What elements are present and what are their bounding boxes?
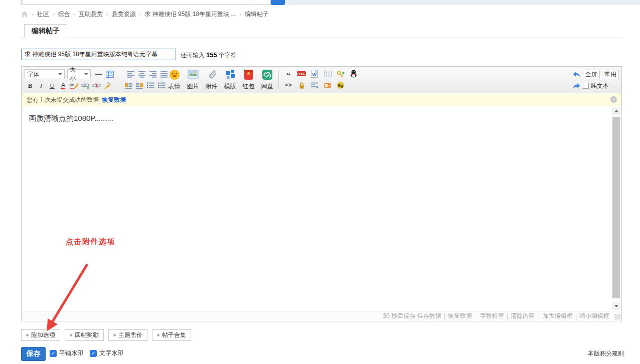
columns-button[interactable] (324, 70, 332, 78)
resize-grip[interactable] (614, 314, 620, 320)
ordered-list-button[interactable] (145, 81, 156, 90)
title-char-hint: 还可输入155个字符 (181, 51, 237, 60)
italic-button[interactable]: I (36, 81, 47, 90)
font-family-select[interactable]: 字体 (25, 69, 65, 79)
breadcrumb-link-bounty-resources[interactable]: 悬赏资源 (112, 10, 136, 19)
option-post-collection-button[interactable]: 帖子合集 (152, 329, 191, 341)
tab-edit-post[interactable]: 编辑帖子 (24, 24, 67, 38)
attachment-button[interactable]: 附件 (202, 69, 221, 91)
password-key-button[interactable] (337, 70, 345, 78)
cloud-disk-button[interactable]: 网盘 (258, 69, 276, 91)
shrink-editor-link[interactable]: 缩小编辑框 (579, 312, 609, 320)
restore-data-link2[interactable]: 恢复数据 (448, 312, 472, 320)
remove-link-button[interactable] (91, 81, 102, 90)
search-input[interactable] (23, 0, 271, 5)
text-watermark-checkbox[interactable] (90, 350, 97, 357)
editor-scrollbar[interactable] (612, 107, 620, 310)
breadcrumb-link-mutual-aid[interactable]: 互助悬赏 (79, 10, 103, 19)
underline-button[interactable]: U (47, 81, 58, 90)
fullscreen-button[interactable]: 全屏 (583, 70, 600, 79)
save-button[interactable]: 保存 (21, 347, 46, 361)
hidden-content-button[interactable] (297, 81, 305, 89)
bullet-icon (113, 334, 116, 336)
link-icon (81, 82, 90, 89)
text-watermark-label: 文字水印 (99, 349, 123, 357)
insert-link-button[interactable] (80, 81, 91, 90)
align-left-button[interactable] (125, 70, 136, 79)
option-thread-price-button[interactable]: 主题售价 (108, 329, 147, 341)
media-button[interactable] (324, 81, 332, 89)
red-packet-label: 红包 (243, 82, 255, 91)
table-icon (106, 71, 114, 78)
svg-text:ab: ab (70, 83, 74, 87)
breadcrumb-separator: › (73, 11, 75, 17)
tile-watermark-checkbox[interactable] (50, 350, 57, 357)
qq-button[interactable] (350, 70, 358, 78)
free-icon: FREE (297, 71, 306, 76)
breadcrumb-link-general[interactable]: 综合 (58, 10, 70, 19)
option-label: 主题售价 (118, 331, 142, 339)
broom-icon (103, 82, 111, 89)
post-title-input[interactable] (21, 49, 176, 60)
option-additional-button[interactable]: 附加选项 (21, 329, 60, 341)
indent-decrease-button[interactable] (123, 81, 134, 90)
option-reply-reward-button[interactable]: 回帖奖励 (65, 329, 104, 341)
word-paste-button[interactable]: W (310, 70, 318, 78)
home-icon[interactable] (21, 11, 28, 18)
editor-status-bar: 30 秒后保存 保存数据 | 恢复数据 字数检查 | 清除内容 加大编辑框 | … (22, 311, 621, 321)
plain-text-checkbox[interactable] (583, 83, 589, 89)
word-doc-icon: W (311, 70, 318, 78)
bold-button[interactable]: B (25, 81, 36, 90)
breadcrumb-separator: › (139, 11, 141, 17)
indent-increase-button[interactable] (134, 81, 145, 90)
common-phrases-button[interactable]: 常用 (602, 70, 619, 79)
spellcheck-button[interactable]: ab (69, 81, 80, 90)
code-button[interactable]: <> (284, 81, 292, 89)
redo-icon[interactable] (572, 83, 581, 89)
font-color-button[interactable]: A (58, 81, 69, 90)
notice-close-icon[interactable] (610, 96, 617, 103)
align-right-button[interactable] (147, 70, 158, 79)
word-count-link[interactable]: 字数检查 (480, 312, 504, 320)
free-content-button[interactable]: FREE (297, 70, 305, 78)
toolbar-separator (278, 71, 279, 89)
red-packet-icon (244, 69, 253, 80)
top-search-strip (20, 0, 640, 5)
smiley-button[interactable]: 表情 (165, 69, 184, 91)
font-size-select[interactable]: 大小 (67, 69, 91, 79)
undo-icon[interactable] (572, 71, 581, 78)
save-data-link[interactable]: 保存数据 (417, 312, 441, 320)
template-button[interactable]: 模版 (221, 69, 239, 91)
editor-content-area[interactable]: 画质清晰点的1080P......... (22, 106, 621, 311)
post-body-text: 画质清晰点的1080P......... (22, 106, 621, 123)
breadcrumb: › 社区 › 综合 › 互助悬赏 › 悬赏资源 › 求 神雕侠侣 95版 18年… (21, 10, 269, 18)
insert-table-button[interactable] (104, 70, 115, 79)
media-icon (324, 82, 331, 89)
toolbar-separator (161, 71, 162, 89)
wrap-text-button[interactable] (310, 81, 318, 89)
scroll-down-button[interactable] (612, 302, 620, 310)
bg-icon: Bg (337, 82, 344, 89)
option-label: 附加选项 (31, 331, 55, 339)
option-label: 回帖奖励 (75, 331, 99, 339)
search-button[interactable] (271, 0, 285, 5)
red-packet-button[interactable]: 红包 (239, 69, 258, 91)
chevron-down-icon (84, 73, 88, 77)
breadcrumb-link-community[interactable]: 社区 (37, 10, 49, 19)
option-label: 帖子合集 (162, 331, 186, 339)
forum-credit-rules-link[interactable]: 本版积分规则 (588, 349, 624, 358)
toolbar-small-row-2: <> Bg (284, 81, 345, 89)
insert-image-button[interactable]: 图片 (184, 69, 202, 91)
horizontal-rule-button[interactable] (93, 70, 104, 79)
hint-prefix: 还可输入 (181, 52, 205, 59)
scroll-up-button[interactable] (612, 107, 620, 115)
enlarge-editor-link[interactable]: 加大编辑框 (543, 312, 573, 320)
clear-content-link[interactable]: 清除内容 (511, 312, 535, 320)
quote-button[interactable]: “ (284, 70, 292, 78)
scrollbar-thumb[interactable] (612, 117, 620, 298)
background-button[interactable]: Bg (337, 81, 345, 89)
restore-data-link[interactable]: 恢复数据 (102, 96, 126, 104)
remove-format-button[interactable] (102, 81, 113, 90)
breadcrumb-link-thread[interactable]: 求 神雕侠侣 95版 18年星河重映 ... (144, 10, 236, 19)
align-center-button[interactable] (136, 70, 147, 79)
